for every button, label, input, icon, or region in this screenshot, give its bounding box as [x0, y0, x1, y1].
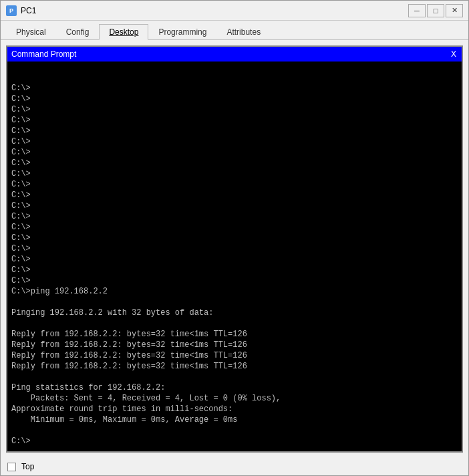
top-checkbox[interactable]	[7, 463, 16, 471]
cmd-close-button[interactable]: X	[450, 49, 458, 59]
tab-attributes[interactable]: Attributes	[216, 24, 271, 40]
cmd-line: C:\>	[11, 211, 458, 222]
cmd-line	[11, 297, 458, 308]
window-controls: ─ □ ✕	[408, 4, 463, 17]
cmd-line: C:\>	[11, 254, 458, 265]
close-button[interactable]: ✕	[446, 4, 463, 17]
window-title: PC1	[21, 6, 408, 15]
cmd-line: Packets: Sent = 4, Received = 4, Lost = …	[11, 393, 458, 404]
tab-programming[interactable]: Programming	[148, 24, 216, 40]
cmd-line: Reply from 192.168.2.2: bytes=32 time<1m…	[11, 340, 458, 350]
bottom-bar: Top	[1, 458, 468, 475]
cmd-line: C:\>	[11, 233, 458, 243]
cmd-line: C:\>	[11, 436, 458, 447]
cmd-line: C:\>	[11, 94, 458, 104]
cmd-line: Reply from 192.168.2.2: bytes=32 time<1m…	[11, 361, 458, 372]
cmd-line: Pinging 192.168.2.2 with 32 bytes of dat…	[11, 308, 458, 318]
cmd-line: C:\>	[11, 168, 458, 179]
cmd-line: C:\>	[11, 179, 458, 190]
cmd-line: C:\>	[11, 275, 458, 286]
title-bar: P PC1 ─ □ ✕	[1, 1, 468, 21]
cmd-line: Reply from 192.168.2.2: bytes=32 time<1m…	[11, 329, 458, 340]
maximize-button[interactable]: □	[427, 4, 444, 17]
tab-physical[interactable]: Physical	[6, 24, 56, 40]
cmd-line: C:\>	[11, 147, 458, 158]
cmd-line: C:\>	[11, 136, 458, 147]
cmd-line: C:\>	[11, 201, 458, 211]
cmd-line: C:\>	[11, 83, 458, 94]
cmd-line: Approximate round trip times in milli-se…	[11, 404, 458, 414]
cmd-line: C:\>	[11, 104, 458, 115]
cmd-line	[11, 372, 458, 382]
cmd-line: C:\>	[11, 158, 458, 168]
pc-icon: P	[6, 5, 17, 16]
cmd-line: C:\>	[11, 222, 458, 233]
main-window: P PC1 ─ □ ✕ Physical Config Desktop Prog…	[0, 0, 469, 476]
cmd-line: Ping statistics for 192.168.2.2:	[11, 382, 458, 393]
top-label: Top	[21, 462, 34, 471]
cmd-line: C:\>	[11, 126, 458, 136]
cmd-body[interactable]: C:\>C:\>C:\>C:\>C:\>C:\>C:\>C:\>C:\>C:\>…	[7, 62, 462, 451]
cmd-line: Reply from 192.168.2.2: bytes=32 time<1m…	[11, 350, 458, 361]
cmd-line: C:\>	[11, 243, 458, 254]
tab-bar: Physical Config Desktop Programming Attr…	[1, 21, 468, 40]
tab-config[interactable]: Config	[56, 24, 100, 40]
cmd-line: Minimum = 0ms, Maximum = 0ms, Average = …	[11, 414, 458, 425]
cmd-title-text: Command Prompt	[11, 49, 76, 59]
cmd-line: C:\>ping 192.168.2.2	[11, 286, 458, 297]
cmd-line: C:\>	[11, 265, 458, 275]
cmd-line: C:\>	[11, 115, 458, 126]
window-icon: P	[6, 5, 17, 16]
cmd-line	[11, 425, 458, 436]
minimize-button[interactable]: ─	[408, 4, 426, 17]
tab-desktop[interactable]: Desktop	[99, 24, 148, 40]
command-prompt-window: Command Prompt X C:\>C:\>C:\>C:\>C:\>C:\…	[6, 45, 463, 453]
cmd-line: C:\>	[11, 190, 458, 201]
cmd-line	[11, 318, 458, 329]
cmd-title-bar: Command Prompt X	[7, 47, 462, 62]
content-area: Command Prompt X C:\>C:\>C:\>C:\>C:\>C:\…	[1, 40, 468, 458]
